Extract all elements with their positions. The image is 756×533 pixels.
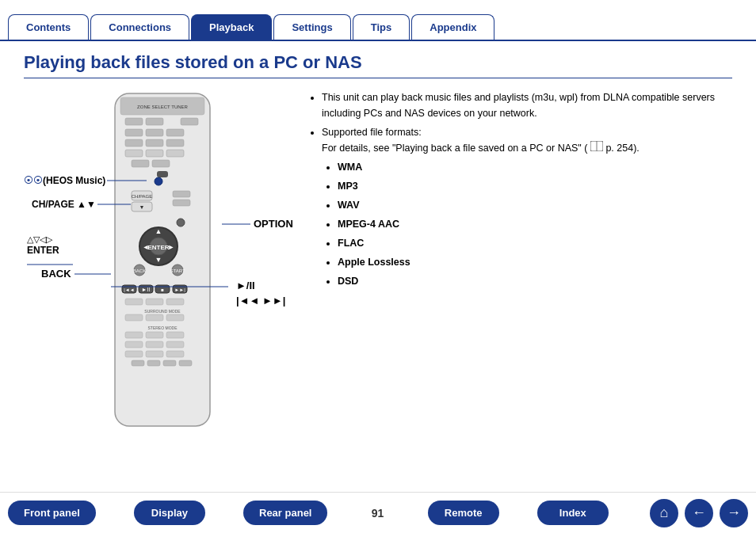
svg-rect-61 — [166, 351, 184, 357]
svg-rect-56 — [125, 341, 143, 348]
svg-rect-8 — [166, 129, 184, 136]
formats-ref-text: p. 254). — [605, 143, 639, 154]
svg-rect-46 — [146, 299, 163, 305]
svg-rect-6 — [125, 129, 143, 136]
format-apple-lossless: Apple Lossless — [338, 254, 732, 270]
heos-label: (HEOS Music) — [43, 175, 105, 186]
svg-rect-4 — [146, 118, 163, 125]
option-label-group: OPTION — [222, 218, 293, 230]
bottom-bar: Front panel Display Rear panel 91 Remote… — [0, 492, 756, 533]
option-line — [222, 223, 250, 225]
tab-appendix[interactable]: Appendix — [411, 14, 494, 40]
top-navigation: Contents Connections Playback Settings T… — [0, 0, 756, 41]
format-dsd: DSD — [338, 273, 732, 289]
back-label: BACK — [41, 268, 71, 280]
svg-rect-53 — [125, 332, 143, 338]
back-label-group: BACK — [41, 268, 111, 280]
enter-arrows-group: △▽◁▷ ENTER — [27, 234, 73, 268]
chpage-label-group: CH/PAGE ▲▼ — [32, 199, 131, 210]
rear-panel-button[interactable]: Rear panel — [243, 501, 327, 525]
format-wav: WAV — [338, 197, 732, 213]
svg-rect-15 — [132, 160, 149, 167]
svg-rect-13 — [146, 150, 163, 157]
svg-text:▼: ▼ — [155, 256, 162, 264]
skip-label: |◄◄ ►►| — [236, 295, 285, 306]
home-button[interactable]: ⌂ — [650, 499, 678, 527]
heos-icon: ⦿⦿ — [24, 175, 43, 186]
tab-connections[interactable]: Connections — [90, 14, 189, 40]
formats-ref-icon — [590, 141, 603, 151]
svg-rect-12 — [125, 150, 143, 157]
svg-text:START: START — [170, 268, 185, 273]
svg-rect-17 — [157, 171, 168, 177]
tab-contents[interactable]: Contents — [8, 14, 89, 40]
svg-text:▲: ▲ — [155, 227, 162, 235]
svg-text:BACK: BACK — [133, 268, 146, 273]
svg-rect-47 — [166, 299, 184, 305]
svg-text:SURROUND MODE: SURROUND MODE — [144, 309, 181, 314]
page-number: 91 — [366, 507, 390, 520]
svg-rect-62 — [132, 360, 144, 366]
svg-rect-5 — [181, 118, 198, 125]
remote-button[interactable]: Remote — [428, 501, 499, 525]
main-content: Playing back files stored on a PC or NAS… — [0, 41, 756, 485]
tab-playback[interactable]: Playback — [191, 14, 272, 40]
format-mp3: MP3 — [338, 178, 732, 194]
svg-text:►: ► — [168, 243, 175, 251]
remote-image: ZONE SELECT TUNER — [111, 89, 214, 430]
svg-rect-16 — [152, 160, 170, 167]
remote-illustration-area: ZONE SELECT TUNER — [24, 89, 293, 478]
svg-rect-60 — [146, 351, 163, 357]
index-button[interactable]: Index — [537, 501, 609, 525]
tab-tips[interactable]: Tips — [353, 14, 410, 40]
bullet-formats: Supported file formats: For details, see… — [322, 124, 732, 289]
svg-rect-7 — [146, 129, 163, 136]
svg-rect-49 — [125, 314, 143, 321]
nav-icon-buttons: ⌂ ← → — [647, 499, 748, 527]
format-flac: FLAC — [338, 235, 732, 251]
svg-rect-64 — [163, 360, 176, 366]
svg-rect-57 — [146, 341, 163, 348]
svg-text:▼: ▼ — [139, 204, 145, 210]
page-title: Playing back files stored on a PC or NAS — [24, 52, 732, 78]
bullet-dlna: This unit can play back music files and … — [322, 89, 732, 121]
option-label: OPTION — [254, 218, 293, 230]
svg-text:ZONE SELECT   TUNER: ZONE SELECT TUNER — [137, 105, 188, 109]
svg-rect-55 — [166, 332, 184, 338]
format-mpeg4aac: MPEG-4 AAC — [338, 216, 732, 232]
enter-line — [27, 264, 73, 265]
playpause-label: ►/II — [236, 280, 285, 291]
heos-label-group: ⦿⦿ (HEOS Music) — [24, 175, 147, 186]
enter-arrows-label: △▽◁▷ — [27, 234, 73, 245]
back-nav-button[interactable]: ← — [685, 499, 713, 527]
svg-rect-59 — [125, 351, 143, 357]
svg-point-25 — [177, 219, 185, 227]
svg-text:ENTER: ENTER — [147, 244, 169, 251]
text-content-area: This unit can play back music files and … — [309, 89, 732, 478]
playpause-line — [111, 283, 238, 299]
enter-label: ENTER — [27, 245, 73, 256]
chpage-label: CH/PAGE ▲▼ — [32, 199, 96, 210]
book-icon — [590, 141, 603, 151]
format-wma: WMA — [338, 159, 732, 175]
display-button[interactable]: Display — [134, 501, 205, 525]
forward-nav-button[interactable]: → — [720, 499, 748, 527]
svg-point-18 — [155, 177, 162, 185]
formats-intro: Supported file formats: — [322, 127, 422, 138]
svg-text:CH/PAGE: CH/PAGE — [132, 194, 153, 199]
svg-rect-11 — [166, 139, 184, 147]
svg-rect-10 — [146, 139, 163, 147]
svg-rect-54 — [146, 332, 163, 338]
heos-line — [107, 180, 147, 181]
front-panel-button[interactable]: Front panel — [8, 501, 96, 525]
formats-list: WMA MP3 WAV MPEG-4 AAC FLAC Apple Lossle… — [338, 159, 732, 289]
formats-detail: For details, see "Playing back a file sa… — [322, 143, 587, 154]
svg-rect-24 — [173, 200, 190, 206]
svg-text:STEREO MODE: STEREO MODE — [148, 326, 178, 330]
svg-text:◄: ◄ — [143, 243, 150, 251]
svg-rect-58 — [166, 341, 184, 348]
svg-rect-63 — [147, 360, 160, 366]
svg-rect-65 — [179, 360, 192, 366]
svg-rect-23 — [173, 191, 190, 197]
tab-settings[interactable]: Settings — [273, 14, 350, 40]
